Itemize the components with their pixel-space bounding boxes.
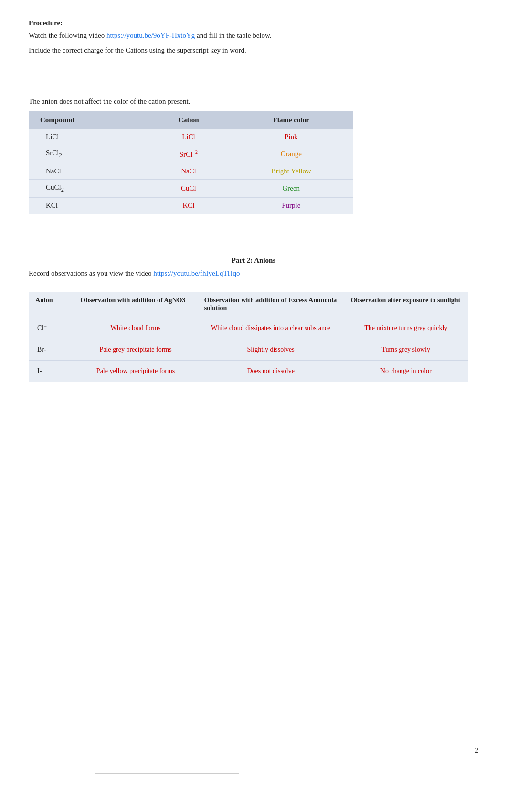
compound-cell: NaCl [29, 163, 148, 180]
cation-cell: KCl [148, 198, 229, 214]
obs-ammonia-cell: Does not dissolve [198, 361, 344, 382]
procedure-line1-suffix: and fill in the table below. [195, 32, 271, 39]
part2-note-prefix: Record observations as you view the vide… [29, 269, 153, 277]
col-ammonia: Observation with addition of Excess Ammo… [198, 292, 344, 317]
flame-color-cell: Orange [229, 145, 353, 163]
table-row: NaClNaClBright Yellow [29, 163, 353, 180]
procedure-line1-prefix: Watch the following video [29, 32, 106, 39]
obs-ammonia-cell: White cloud dissipates into a clear subs… [198, 317, 344, 339]
cation-cell: LiCl [148, 129, 229, 145]
col-anion: Anion [29, 292, 74, 317]
compound-cell: LiCl [29, 129, 148, 145]
procedure-line1: Watch the following video https://youtu.… [29, 30, 478, 41]
procedure-label: Procedure: [29, 19, 478, 27]
video-link-1[interactable]: https://youtu.be/9oYF-HxtoYg [106, 32, 195, 39]
part2-heading: Part 2: Anions [29, 256, 478, 265]
cation-cell: CuCl [148, 180, 229, 198]
obs-agno3-cell: Pale yellow precipitate forms [74, 361, 197, 382]
anion-cell: I- [29, 361, 74, 382]
table-row: KClKClPurple [29, 198, 353, 214]
table-row: I-Pale yellow precipitate formsDoes not … [29, 361, 468, 382]
table-row: Br-Pale grey precipitate formsSlightly d… [29, 339, 468, 361]
obs-sunlight-cell: No change in color [344, 361, 468, 382]
obs-ammonia-cell: Slightly dissolves [198, 339, 344, 361]
flame-color-cell: Green [229, 180, 353, 198]
part2-note: Record observations as you view the vide… [29, 269, 478, 278]
col-cation: Cation [148, 111, 229, 129]
video-link-2[interactable]: https://youtu.be/fhIyeLqTHqo [153, 269, 240, 277]
table-row: LiClLiClPink [29, 129, 353, 145]
bottom-line [95, 773, 239, 774]
col-sunlight: Observation after exposure to sunlight [344, 292, 468, 317]
obs-agno3-cell: Pale grey precipitate forms [74, 339, 197, 361]
spacer-3 [29, 287, 478, 292]
obs-sunlight-cell: The mixture turns grey quickly [344, 317, 468, 339]
table-row: SrCl2SrCl+2Orange [29, 145, 353, 163]
obs-agno3-cell: White cloud forms [74, 317, 197, 339]
compound-cell: SrCl2 [29, 145, 148, 163]
part2-table: Anion Observation with addition of AgNO3… [29, 292, 468, 382]
anion-note: The anion does not affect the color of t… [29, 97, 478, 106]
spacer-2 [29, 233, 478, 247]
cation-cell: NaCl [148, 163, 229, 180]
col-agno3: Observation with addition of AgNO3 [74, 292, 197, 317]
anion-cell: Br- [29, 339, 74, 361]
col-flame: Flame color [229, 111, 353, 129]
spacer-1 [29, 59, 478, 97]
part1-table: Compound Cation Flame color LiClLiClPink… [29, 111, 353, 214]
flame-color-cell: Purple [229, 198, 353, 214]
flame-color-cell: Bright Yellow [229, 163, 353, 180]
page-number: 2 [475, 747, 478, 755]
obs-sunlight-cell: Turns grey slowly [344, 339, 468, 361]
table-row: Cl⁻White cloud formsWhite cloud dissipat… [29, 317, 468, 339]
flame-color-cell: Pink [229, 129, 353, 145]
table-row: CuCl2CuClGreen [29, 180, 353, 198]
compound-cell: CuCl2 [29, 180, 148, 198]
anion-cell: Cl⁻ [29, 317, 74, 339]
col-compound: Compound [29, 111, 148, 129]
cation-cell: SrCl+2 [148, 145, 229, 163]
procedure-line2: Include the correct charge for the Catio… [29, 45, 478, 56]
compound-cell: KCl [29, 198, 148, 214]
